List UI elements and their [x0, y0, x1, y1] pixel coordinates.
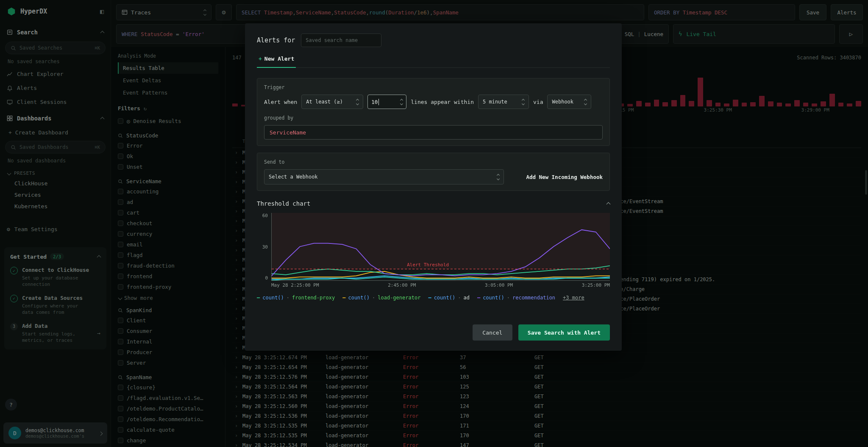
threshold-value-input[interactable]: 10	[367, 95, 406, 109]
threshold-chart-header[interactable]: Threshold chart	[257, 200, 610, 207]
legend-items: — count() · frontend-proxy — count() · l…	[257, 295, 555, 301]
legend-metric: count()	[348, 295, 370, 301]
legend-metric: count()	[434, 295, 456, 301]
y-tick-label: 30	[262, 244, 268, 250]
chevron-up-icon[interactable]	[607, 201, 610, 207]
grouped-by-label: grouped by	[264, 115, 603, 121]
text-cursor	[378, 99, 379, 105]
modal-footer: Cancel Save Search with Alert	[257, 316, 610, 341]
select-caret-icon	[356, 99, 359, 105]
x-tick-label: 3:05:00 PM	[485, 282, 513, 288]
legend-item[interactable]: — count() · load-generator	[342, 295, 420, 301]
add-webhook-link[interactable]: Add New Incoming Webhook	[526, 174, 603, 180]
modal-title: Alerts for	[257, 36, 295, 44]
threshold-chart: 60300 Alert Threshold	[257, 213, 610, 281]
threshold-chart-svg: Alert Threshold	[272, 213, 610, 280]
series-color-dash-icon: —	[257, 295, 260, 301]
channel-value: Webhook	[552, 99, 573, 105]
legend-separator: ·	[458, 295, 461, 301]
chart-plot-area: Alert Threshold	[271, 213, 610, 281]
legend-series-name: frontend-proxy	[292, 295, 335, 301]
webhook-select[interactable]: Select a Webhook	[264, 169, 504, 184]
alert-when-label: Alert when	[264, 99, 297, 105]
x-tick-label: 3:25:00 PM	[582, 282, 610, 288]
x-tick-label: 2:45:00 PM	[388, 282, 416, 288]
threshold-chart-title: Threshold chart	[257, 200, 310, 207]
operator-value: At least (≥)	[306, 99, 343, 105]
legend-series-name: load-generator	[378, 295, 420, 301]
series-color-dash-icon: —	[477, 295, 480, 301]
cancel-button[interactable]: Cancel	[473, 324, 512, 341]
grouped-by-input[interactable]: ServiceName	[264, 125, 603, 140]
chart-y-axis: 60300	[257, 213, 271, 281]
lines-appear-within-label: lines appear within	[411, 99, 474, 105]
legend-item[interactable]: — count() · ad	[428, 295, 470, 301]
send-to-label: Send to	[264, 159, 603, 165]
new-alert-tab-label: New Alert	[264, 56, 294, 62]
y-tick-label: 60	[262, 213, 268, 218]
legend-item[interactable]: — count() · frontend-proxy	[257, 295, 335, 301]
tab-new-alert[interactable]: + New Alert	[257, 56, 296, 68]
legend-separator: ·	[507, 295, 510, 301]
select-caret-icon	[522, 99, 524, 105]
legend-separator: ·	[287, 295, 289, 301]
alert-tabs: + New Alert	[257, 56, 610, 68]
threshold-chart-legend: — count() · frontend-proxy — count() · l…	[257, 295, 610, 301]
webhook-select-value: Select a Webhook	[269, 174, 318, 180]
legend-series-name: ad	[463, 295, 469, 301]
send-to-row: Select a Webhook Add New Incoming Webhoo…	[264, 169, 603, 184]
trigger-controls-row: Alert when At least (≥) 10 lines appear …	[264, 95, 603, 109]
time-window-select[interactable]: 5 minute	[478, 95, 529, 109]
save-search-with-alert-button[interactable]: Save Search with Alert	[518, 324, 610, 341]
trigger-panel: Trigger Alert when At least (≥) 10 lines…	[257, 78, 610, 146]
chart-x-axis: May 28 2:25:00 PM2:45:00 PM3:05:00 PM3:2…	[271, 282, 610, 288]
y-tick-label: 0	[265, 275, 268, 281]
x-tick-label: May 28 2:25:00 PM	[271, 282, 319, 288]
number-stepper-icon[interactable]	[401, 99, 403, 105]
operator-select[interactable]: At least (≥)	[301, 95, 363, 109]
plus-icon: +	[259, 56, 262, 62]
svg-text:Alert Threshold: Alert Threshold	[407, 262, 449, 268]
legend-item[interactable]: — count() · recommendation	[477, 295, 555, 301]
trigger-label: Trigger	[264, 84, 603, 90]
legend-series-name: recommendation	[512, 295, 555, 301]
send-to-panel: Send to Select a Webhook Add New Incomin…	[257, 153, 610, 191]
legend-more-link[interactable]: +3 more	[563, 295, 584, 301]
threshold-value: 10	[371, 99, 378, 105]
legend-metric: count()	[483, 295, 504, 301]
via-label: via	[533, 99, 543, 105]
legend-metric: count()	[262, 295, 284, 301]
legend-separator: ·	[372, 295, 375, 301]
alert-modal: Alerts for + New Alert Trigger Alert whe…	[245, 23, 622, 351]
modal-header: Alerts for	[257, 34, 610, 47]
saved-search-name-input[interactable]	[301, 34, 381, 47]
select-caret-icon	[497, 174, 499, 180]
select-caret-icon	[584, 99, 587, 105]
series-color-dash-icon: —	[342, 295, 345, 301]
time-window-value: 5 minute	[483, 99, 507, 105]
series-color-dash-icon: —	[428, 295, 431, 301]
channel-select[interactable]: Webhook	[547, 95, 591, 109]
